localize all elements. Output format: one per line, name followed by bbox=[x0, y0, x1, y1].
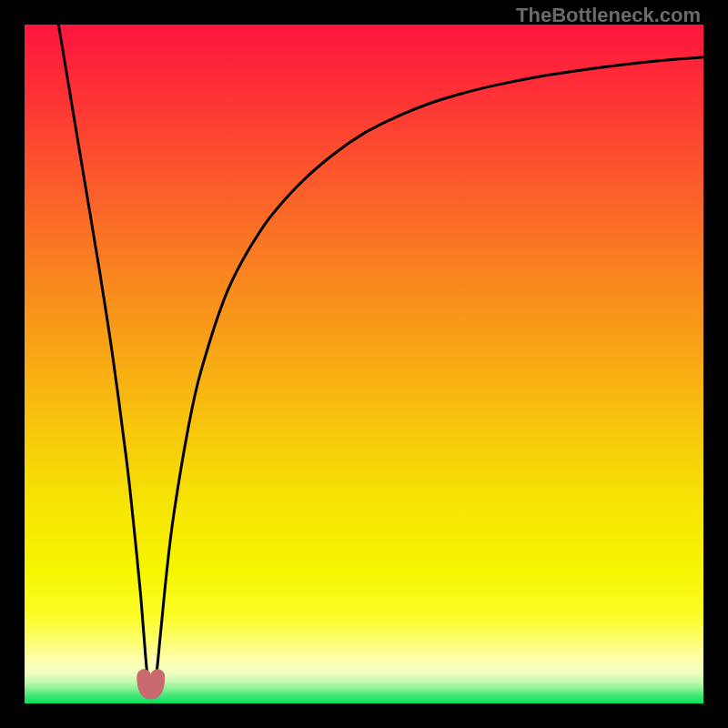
chart-frame: TheBottleneck.com bbox=[0, 0, 728, 728]
plot-area bbox=[25, 25, 703, 703]
plot-svg bbox=[25, 25, 703, 703]
gradient-background bbox=[25, 25, 703, 703]
optimum-marker bbox=[137, 670, 165, 699]
